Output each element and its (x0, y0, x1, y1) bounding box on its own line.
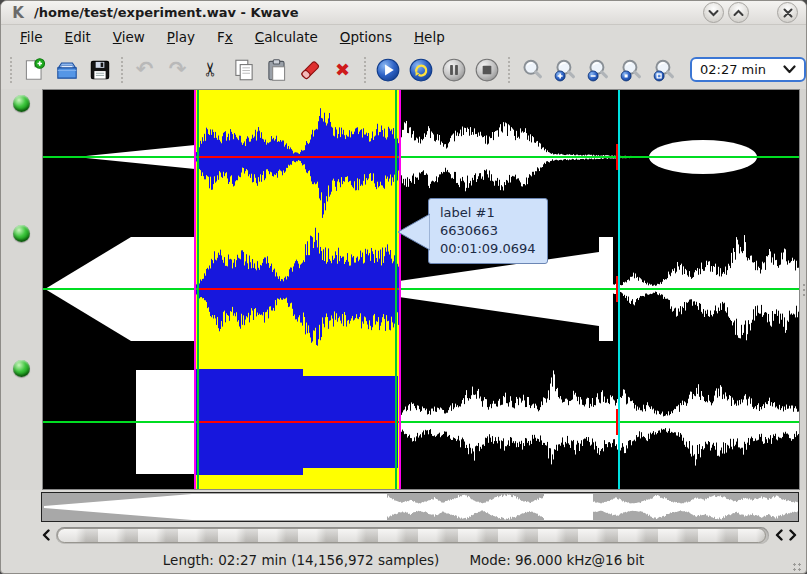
label-tooltip: label #1 6630663 00:01:09.0694 (428, 198, 548, 264)
menu-fx[interactable]: Fx (206, 25, 244, 50)
toolbar-separator (121, 57, 123, 83)
scrollbar-thumb[interactable] (57, 528, 766, 543)
waveform-canvas[interactable] (43, 90, 799, 489)
window-title: /home/test/experiment.wav - Kwave (34, 5, 703, 20)
menu-play[interactable]: Play (156, 25, 206, 50)
loop-button[interactable] (404, 54, 437, 86)
vertical-splitter-handle[interactable] (800, 89, 807, 490)
toolbar-handle[interactable] (10, 57, 12, 83)
close-button[interactable] (777, 2, 798, 23)
chevron-right-icon (789, 529, 797, 541)
menu-calculate[interactable]: Calculate (244, 25, 329, 50)
horizontal-scrollbar (39, 526, 800, 544)
scroll-left-button-2[interactable] (772, 528, 786, 542)
stop-button[interactable] (470, 54, 503, 86)
waveform-area[interactable]: label #1 6630663 00:01:09.0694 (42, 89, 800, 490)
track-3-enable-led[interactable] (13, 360, 30, 377)
paste-button[interactable] (260, 54, 293, 86)
titlebar[interactable]: K /home/test/experiment.wav - Kwave (1, 1, 806, 25)
maximize-button[interactable] (728, 2, 749, 23)
zoom-all-button[interactable] (614, 54, 647, 86)
chevron-left-icon (42, 529, 50, 541)
track-1-enable-led[interactable] (13, 95, 30, 112)
delete-button[interactable]: ✖ (326, 54, 359, 86)
zoom-out-button[interactable] (581, 54, 614, 86)
label-tooltip-title: label #1 (440, 204, 536, 222)
menu-edit[interactable]: Edit (54, 25, 102, 50)
new-file-button[interactable] (17, 54, 50, 86)
toolbar: ↶↷✂✖ 02:27 min (1, 50, 806, 89)
chevron-left-icon (775, 529, 783, 541)
kwave-window: K /home/test/experiment.wav - Kwave File… (0, 0, 807, 574)
track-2-enable-led[interactable] (13, 225, 30, 242)
pause-button[interactable] (437, 54, 470, 86)
kwave-app-icon: K (9, 4, 27, 22)
undo-button[interactable]: ↶ (128, 54, 161, 86)
play-button[interactable] (371, 54, 404, 86)
toolbar-separator (508, 57, 510, 83)
menu-options[interactable]: Options (329, 25, 403, 50)
zoom-combobox[interactable]: 02:27 min (690, 57, 806, 82)
toolbar-separator (364, 57, 366, 83)
overview-canvas[interactable] (42, 493, 798, 521)
zoom-normal-button[interactable] (647, 54, 680, 86)
zoom-selection-button[interactable] (515, 54, 548, 86)
scroll-right-button[interactable] (786, 528, 800, 542)
chevron-down-icon (708, 9, 719, 17)
copy-button[interactable] (227, 54, 260, 86)
chevron-up-icon (733, 9, 744, 17)
open-file-button[interactable] (50, 54, 83, 86)
zoom-combo-value: 02:27 min (700, 62, 766, 77)
signal-view: label #1 6630663 00:01:09.0694 (1, 89, 806, 490)
overview-strip[interactable] (41, 492, 799, 522)
minimize-button[interactable] (703, 2, 724, 23)
menu-help[interactable]: Help (403, 25, 456, 50)
scrollbar-track[interactable] (56, 527, 769, 544)
menu-view[interactable]: View (102, 25, 156, 50)
menubar: FileEditViewPlayFxCalculateOptionsHelp (1, 25, 806, 50)
chevron-down-icon (783, 65, 796, 74)
cut-button[interactable]: ✂ (194, 54, 227, 86)
label-tooltip-sample: 6630663 (440, 222, 536, 240)
label-tooltip-time: 00:01:09.0694 (440, 240, 536, 258)
scroll-left-button[interactable] (39, 528, 53, 542)
close-icon (783, 8, 793, 18)
window-controls (703, 2, 798, 23)
status-length: Length: 02:27 min (14,156,972 samples) (163, 552, 440, 568)
label-tooltip-arrow (396, 212, 430, 252)
status-mode: Mode: 96.000 kHz@16 bit (469, 552, 644, 568)
menu-file[interactable]: File (9, 25, 54, 50)
redo-button[interactable]: ↷ (161, 54, 194, 86)
zoom-in-button[interactable] (548, 54, 581, 86)
resize-grip[interactable] (792, 562, 802, 572)
erase-button[interactable] (293, 54, 326, 86)
save-file-button[interactable] (83, 54, 116, 86)
statusbar: Length: 02:27 min (14,156,972 samples) M… (1, 544, 806, 574)
